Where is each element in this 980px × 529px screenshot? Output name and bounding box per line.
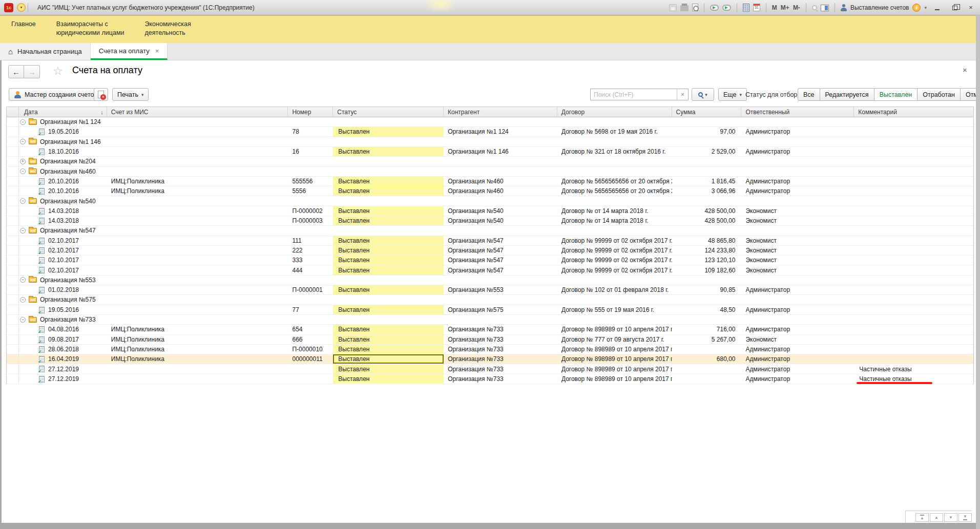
header-contract[interactable]: Договор bbox=[557, 107, 672, 117]
invoice-row[interactable]: 19.05.201677ВыставленОрганизация №575Дог… bbox=[7, 305, 973, 315]
menu-item-main[interactable]: Главное bbox=[11, 20, 36, 43]
collapse-icon[interactable]: − bbox=[20, 317, 26, 323]
document-icon bbox=[39, 208, 45, 215]
current-user[interactable]: Выставление счетов bbox=[850, 4, 909, 11]
info-icon[interactable]: i bbox=[912, 4, 921, 12]
invoice-row[interactable]: 09.08.2017ИМЦ:Поликлиника666ВыставленОрг… bbox=[7, 335, 973, 345]
collapse-icon[interactable]: − bbox=[20, 228, 26, 234]
invoice-row[interactable]: 20.10.2016ИМЦ:Поликлиника5556ВыставленОр… bbox=[7, 186, 973, 196]
header-counterparty[interactable]: Контрагент bbox=[444, 107, 557, 117]
search-options-button[interactable]: ▾ bbox=[692, 88, 714, 101]
invoice-row[interactable]: 28.06.2018ИМЦ:ПоликлиникаП-0000010Выстав… bbox=[7, 345, 973, 354]
collapse-icon[interactable]: − bbox=[20, 119, 26, 125]
invoice-row[interactable]: 14.03.2018П-0000002ВыставленОрганизация … bbox=[7, 206, 973, 216]
history-back-button[interactable]: ← bbox=[8, 65, 24, 78]
split-window-icon[interactable] bbox=[821, 5, 829, 11]
go-next-icon: ▼ bbox=[949, 516, 953, 520]
go-first-button[interactable]: ▲ bbox=[915, 513, 929, 522]
print-preview-icon[interactable] bbox=[692, 4, 698, 11]
restore-button[interactable] bbox=[947, 3, 961, 13]
go-last-button[interactable]: ▼ bbox=[958, 513, 972, 522]
group-row[interactable]: −Организация №553 bbox=[7, 276, 973, 285]
invoice-row[interactable]: 27.12.2019ВыставленОрганизация №733Догов… bbox=[7, 364, 973, 374]
collapse-icon[interactable]: − bbox=[20, 198, 26, 204]
filter-editing-button[interactable]: Редактируется bbox=[820, 88, 874, 101]
search-input[interactable] bbox=[591, 89, 677, 100]
cell-number: П-0000010 bbox=[288, 345, 333, 354]
cell-number: 77 bbox=[288, 305, 333, 314]
group-row[interactable]: −Организация №547 bbox=[7, 226, 973, 236]
header-mis[interactable]: Счет из МИС bbox=[107, 107, 288, 117]
get-link-icon[interactable] bbox=[722, 5, 731, 11]
header-number[interactable]: Номер bbox=[288, 107, 333, 117]
group-row[interactable]: −Организация №1 146 bbox=[7, 137, 973, 147]
invoice-row[interactable]: 02.10.2017222ВыставленОрганизация №547До… bbox=[7, 246, 973, 256]
group-row[interactable]: −Организация №733 bbox=[7, 315, 973, 325]
header-responsible[interactable]: Ответственный bbox=[741, 107, 854, 117]
cell-sum: 48 865,80 bbox=[672, 236, 742, 245]
minimize-button[interactable] bbox=[930, 3, 944, 13]
header-sum[interactable]: Сумма bbox=[672, 107, 742, 117]
invoice-row[interactable]: 02.10.2017111ВыставленОрганизация №547До… bbox=[7, 236, 973, 246]
invoice-row[interactable]: 14.03.2018П-0000003ВыставленОрганизация … bbox=[7, 216, 973, 226]
invoice-row[interactable]: 19.05.201678ВыставленОрганизация №1 124Д… bbox=[7, 127, 973, 137]
group-row[interactable]: −Организация №460 bbox=[7, 166, 973, 176]
tab-invoices[interactable]: Счета на оплату × bbox=[91, 43, 168, 60]
group-row[interactable]: −Организация №540 bbox=[7, 196, 973, 206]
print-menu-button[interactable]: Печать ▾ bbox=[112, 88, 149, 101]
history-forward-button[interactable]: → bbox=[24, 65, 40, 78]
collapse-icon[interactable]: − bbox=[20, 168, 26, 174]
tab-home-page[interactable]: ⌂ Начальная страница bbox=[0, 43, 91, 60]
menu-item-settlements[interactable]: Взаиморасчеты с юридическими лицами bbox=[56, 20, 124, 43]
table-rows: −Организация №1 12419.05.201678Выставлен… bbox=[7, 117, 973, 384]
form-close-icon[interactable]: × bbox=[963, 66, 967, 74]
header-date[interactable]: Дата ↓ bbox=[19, 107, 107, 117]
header-status[interactable]: Статус bbox=[333, 107, 444, 117]
invoice-row[interactable]: 01.02.2018П-0000001ВыставленОрганизация … bbox=[7, 285, 973, 295]
invoice-row[interactable]: 20.10.2016ИМЦ:Поликлиника555556Выставлен… bbox=[7, 177, 973, 186]
collapse-icon[interactable]: − bbox=[20, 139, 26, 144]
invoice-wizard-button[interactable]: Мастер создания счетов bbox=[9, 88, 102, 101]
invoice-row[interactable]: 16.04.2019ИМЦ:Поликлиника000000011Выстав… bbox=[7, 354, 973, 364]
memory-minus-button[interactable]: M- bbox=[793, 4, 800, 11]
zoom-icon[interactable] bbox=[812, 5, 817, 10]
go-to-link-icon[interactable] bbox=[710, 5, 719, 11]
save-icon[interactable] bbox=[669, 4, 677, 11]
expand-icon[interactable]: + bbox=[20, 159, 26, 164]
collapse-icon[interactable]: − bbox=[20, 277, 26, 283]
invoice-row[interactable]: 02.10.2017333ВыставленОрганизация №547До… bbox=[7, 256, 973, 265]
filter-issued-button[interactable]: Выставлен bbox=[874, 88, 918, 101]
invoice-row[interactable]: 04.08.2016ИМЦ:Поликлиника654ВыставленОрг… bbox=[7, 325, 973, 334]
favorite-star-icon[interactable]: ☆ bbox=[53, 65, 63, 78]
header-comment[interactable]: Комментарий bbox=[854, 107, 973, 117]
go-next-button[interactable]: ▼ bbox=[944, 513, 957, 522]
search-clear-icon[interactable]: × bbox=[677, 89, 688, 100]
invoice-row[interactable]: 18.10.201616ВыставленОрганизация №1 146Д… bbox=[7, 147, 973, 157]
main-menu-button[interactable]: ▾ bbox=[17, 3, 26, 12]
cell-status: Выставлен bbox=[333, 177, 444, 186]
cell-date: 02.10.2017 bbox=[19, 256, 107, 265]
group-row[interactable]: +Организация №204 bbox=[7, 157, 973, 166]
calculator-icon[interactable] bbox=[743, 4, 749, 12]
cell-status[interactable]: Выставлен bbox=[333, 354, 444, 364]
cell-date: 19.05.2016 bbox=[19, 127, 107, 136]
more-actions-button[interactable]: Еще ▾ bbox=[718, 88, 747, 101]
collapse-icon[interactable]: − bbox=[20, 297, 26, 303]
group-row[interactable]: −Организация №1 124 bbox=[7, 117, 973, 127]
filter-processed-button[interactable]: Отработан bbox=[918, 88, 961, 101]
memory-recall-button[interactable]: M bbox=[772, 4, 777, 11]
close-button[interactable]: × bbox=[964, 3, 977, 13]
menu-item-economic[interactable]: Экономическая деятельность bbox=[145, 20, 191, 43]
print-icon[interactable] bbox=[680, 5, 689, 11]
calendar-icon[interactable]: 31 bbox=[753, 4, 760, 11]
row-selector-cell bbox=[7, 157, 19, 166]
memory-plus-button[interactable]: M+ bbox=[781, 4, 789, 11]
group-row[interactable]: −Организация №575 bbox=[7, 295, 973, 305]
tab-close-icon[interactable]: × bbox=[155, 47, 159, 55]
cancel-invoice-button[interactable] bbox=[94, 88, 108, 101]
filter-all-button[interactable]: Все bbox=[798, 88, 820, 101]
go-previous-button[interactable]: ▲ bbox=[930, 513, 943, 522]
chevron-down-icon[interactable]: ▾ bbox=[924, 5, 927, 10]
invoice-row[interactable]: 02.10.2017444ВыставленОрганизация №547До… bbox=[7, 265, 973, 275]
invoice-row[interactable]: 27.12.2019ВыставленОрганизация №733Догов… bbox=[7, 374, 973, 384]
